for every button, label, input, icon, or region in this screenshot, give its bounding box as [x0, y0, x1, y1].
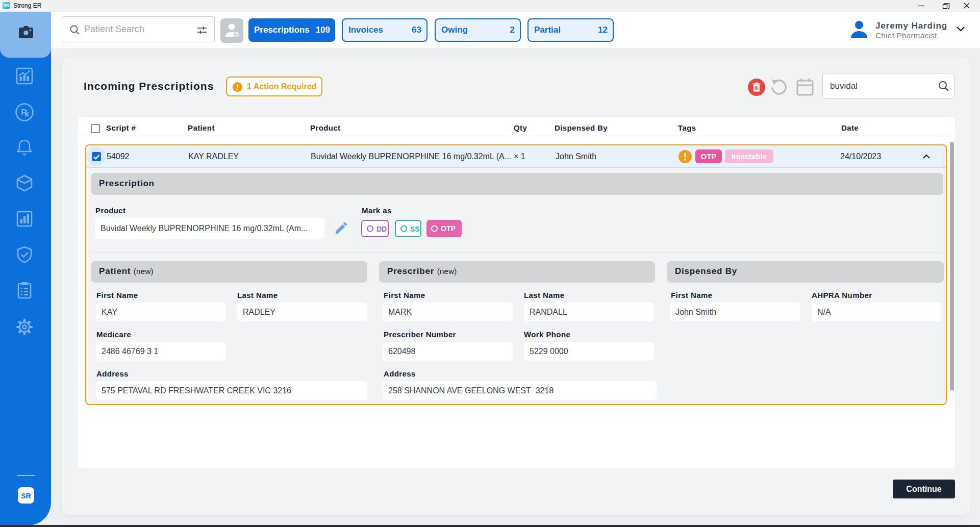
svg-text:R: R — [21, 108, 27, 117]
svg-text:SR: SR — [21, 492, 31, 500]
